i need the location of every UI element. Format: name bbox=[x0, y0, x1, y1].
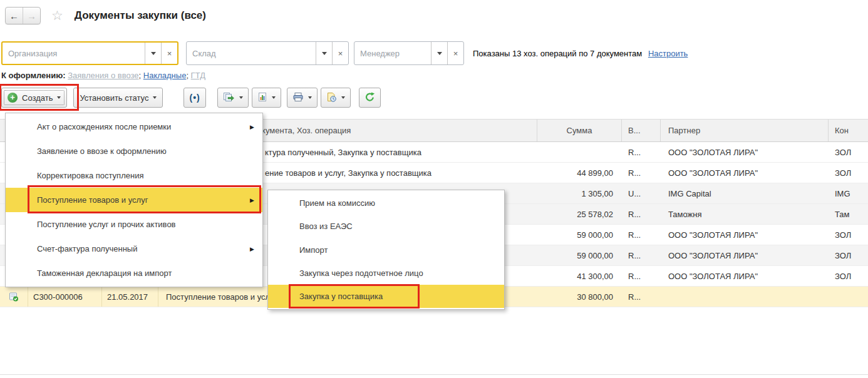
cell-sum: 25 578,02 bbox=[537, 204, 622, 224]
filter-manager-input[interactable]: Менеджер× bbox=[354, 41, 464, 65]
cell-contragent: Там bbox=[829, 204, 868, 224]
favorite-star-icon[interactable]: ☆ bbox=[51, 9, 63, 22]
cell-number: С300-000006 bbox=[28, 287, 102, 307]
chevron-down-icon bbox=[341, 96, 345, 99]
refresh-icon bbox=[364, 92, 375, 104]
create-based-on-icon bbox=[223, 92, 235, 104]
cell-contragent: ЗОЛ bbox=[829, 163, 868, 183]
create-menu-item-3[interactable]: Корректировка поступления bbox=[6, 163, 262, 188]
filter-bar: Организация×Склад×Менеджер× Показаны 13 … bbox=[1, 41, 688, 65]
cell-sum: 59 000,00 bbox=[537, 225, 622, 245]
forward-button[interactable]: → bbox=[23, 8, 40, 24]
cell-sum: 41 300,00 bbox=[537, 266, 622, 286]
cell-sum: 44 899,00 bbox=[537, 163, 622, 183]
cell-currency: U... bbox=[622, 183, 661, 203]
create-menu-item-6[interactable]: Счет-фактура полученный▶ bbox=[6, 237, 262, 261]
column-header-sum[interactable]: Сумма bbox=[537, 120, 622, 141]
create-menu-item-5[interactable]: Поступление услуг и прочих активов bbox=[6, 212, 262, 237]
create-menu-item-1[interactable]: Акт о расхождениях после приемки▶ bbox=[6, 115, 262, 139]
submenu-item-2[interactable]: Ввоз из ЕАЭС bbox=[268, 215, 504, 238]
back-button[interactable]: ← bbox=[6, 8, 23, 24]
receipt-type-submenu: Прием на комиссиюВвоз из ЕАЭСИмпортЗакуп… bbox=[267, 190, 505, 310]
filter-organization-clear-button[interactable]: × bbox=[161, 43, 177, 64]
to-register-label: К оформлению: bbox=[1, 71, 66, 80]
discussions-button[interactable]: (•) bbox=[183, 88, 205, 108]
submenu-item-1[interactable]: Прием на комиссию bbox=[268, 192, 504, 215]
cell-contragent bbox=[829, 287, 868, 307]
set-status-button[interactable]: Установить статус bbox=[73, 88, 163, 108]
title-bar: ← → ☆ Документы закупки (все) bbox=[5, 5, 206, 26]
submenu-item-label: Импорт bbox=[299, 245, 328, 255]
cell-partner: ООО "ЗОЛОТАЯ ЛИРА" bbox=[661, 266, 829, 286]
column-header-contragent[interactable]: Кон bbox=[829, 120, 868, 141]
cell-date: 21.05.2017 bbox=[102, 287, 158, 307]
cell-currency: R... bbox=[622, 204, 661, 224]
window-bottom-edge bbox=[0, 374, 868, 375]
create-button-label: Создать bbox=[22, 93, 53, 103]
filter-warehouse-placeholder: Склад bbox=[187, 42, 316, 64]
cell-currency: R... bbox=[622, 266, 661, 286]
records-summary-text: Показаны 13 хоз. операций по 7 документа… bbox=[473, 49, 642, 58]
cell-currency: R... bbox=[622, 245, 661, 265]
to-register-bar: К оформлению: Заявления о ввозе; Накладн… bbox=[1, 71, 205, 80]
toolbar: + Создать Установить статус (•) bbox=[1, 88, 381, 108]
submenu-item-label: Закупка через подотчетное лицо bbox=[299, 268, 423, 278]
related-documents-icon bbox=[326, 92, 337, 104]
chevron-down-icon bbox=[437, 52, 442, 55]
configure-link[interactable]: Настроить bbox=[648, 49, 688, 58]
reports-icon bbox=[257, 92, 267, 104]
submenu-arrow-icon: ▶ bbox=[250, 124, 254, 130]
filter-warehouse-input[interactable]: Склад× bbox=[186, 41, 349, 65]
filter-organization-input[interactable]: Организация× bbox=[1, 41, 178, 65]
discussions-icon: (•) bbox=[189, 93, 200, 103]
create-menu-item-4[interactable]: Поступление товаров и услуг▶ bbox=[6, 188, 262, 212]
cell-contragent: ЗОЛ bbox=[829, 225, 868, 245]
filter-manager-placeholder: Менеджер bbox=[354, 42, 431, 64]
filter-warehouse-clear-button[interactable]: × bbox=[332, 42, 348, 64]
chevron-down-icon bbox=[239, 96, 243, 99]
cell-sum: 59 000,00 bbox=[537, 245, 622, 265]
create-button[interactable]: + Создать bbox=[1, 88, 67, 108]
page-title: Документы закупки (все) bbox=[75, 9, 206, 22]
set-status-label: Установить статус bbox=[80, 93, 148, 103]
chevron-down-icon bbox=[57, 96, 61, 99]
print-button[interactable] bbox=[287, 88, 318, 108]
refresh-button[interactable] bbox=[359, 88, 381, 108]
chevron-down-icon bbox=[151, 52, 156, 55]
to-register-link-2[interactable]: Накладные bbox=[143, 71, 187, 80]
submenu-item-5[interactable]: Закупка у поставщика bbox=[268, 285, 504, 308]
filter-organization-dropdown-button[interactable] bbox=[145, 43, 161, 64]
create-menu-item-label: Таможенная декларация на импорт bbox=[37, 268, 172, 278]
history-nav-group: ← → bbox=[5, 7, 41, 24]
submenu-item-4[interactable]: Закупка через подотчетное лицо bbox=[268, 262, 504, 285]
reports-button[interactable] bbox=[252, 88, 281, 108]
submenu-arrow-icon: ▶ bbox=[250, 246, 254, 252]
chevron-down-icon bbox=[272, 96, 276, 99]
submenu-arrow-icon: ▶ bbox=[250, 197, 254, 203]
submenu-item-label: Прием на комиссию bbox=[299, 198, 375, 208]
filter-manager-clear-button[interactable]: × bbox=[447, 42, 463, 64]
filter-manager-dropdown-button[interactable] bbox=[431, 42, 447, 64]
create-menu-item-2[interactable]: Заявление о ввозе к оформлению bbox=[6, 139, 262, 163]
create-menu-item-label: Поступление услуг и прочих активов bbox=[37, 220, 176, 229]
cell-sum bbox=[537, 142, 622, 162]
forward-arrow-icon: → bbox=[27, 11, 36, 21]
create-menu-item-label: Счет-фактура полученный bbox=[37, 244, 137, 253]
create-dropdown-menu: Акт о расхождениях после приемки▶Заявлен… bbox=[5, 113, 263, 287]
create-menu-item-7[interactable]: Таможенная декларация на импорт bbox=[6, 261, 262, 285]
column-header-currency[interactable]: В... bbox=[622, 120, 661, 141]
create-menu-item-label: Акт о расхождениях после приемки bbox=[37, 122, 171, 131]
create-menu-item-label: Заявление о ввозе к оформлению bbox=[37, 146, 167, 156]
create-menu-item-label: Корректировка поступления bbox=[37, 171, 143, 180]
filter-organization-placeholder: Организация bbox=[3, 43, 145, 64]
create-based-on-button[interactable] bbox=[217, 88, 249, 108]
related-documents-button[interactable] bbox=[321, 88, 351, 108]
column-header-partner[interactable]: Партнер bbox=[661, 120, 829, 141]
filter-warehouse-dropdown-button[interactable] bbox=[316, 42, 332, 64]
submenu-item-3[interactable]: Импорт bbox=[268, 238, 504, 261]
submenu-item-label: Ввоз из ЕАЭС bbox=[299, 222, 353, 231]
cell-currency: R... bbox=[622, 142, 661, 162]
cell-contragent: ЗОЛ bbox=[829, 245, 868, 265]
cell-currency: R... bbox=[622, 287, 661, 307]
cell-partner: ООО "ЗОЛОТАЯ ЛИРА" bbox=[661, 163, 829, 183]
